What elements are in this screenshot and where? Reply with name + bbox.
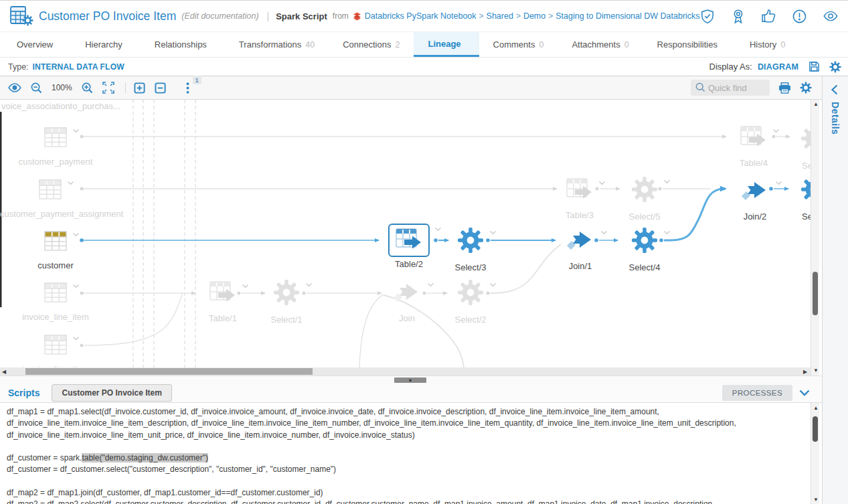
endorse-thumbs-up-icon[interactable] (762, 8, 776, 24)
code-vertical-scrollbar[interactable]: ▲ ▼ (811, 403, 819, 504)
display-as-value[interactable]: DIAGRAM (758, 62, 798, 72)
code-line-highlighted: df_customer = spark.table("demo.staging_… (7, 452, 811, 464)
lineage-node-select-1[interactable]: Select/1 (236, 279, 337, 325)
panel-splitter[interactable]: ▼ (0, 375, 822, 384)
code-vscroll-thumb[interactable] (813, 416, 818, 442)
lineage-node-invoice-line-item[interactable]: invoice_line_item (5, 280, 106, 322)
lineage-node-select-4[interactable]: Select/4 (594, 227, 695, 272)
zoom-out-icon[interactable] (31, 80, 42, 95)
select-node-icon (631, 176, 658, 205)
canvas-hscroll-thumb[interactable] (25, 368, 313, 375)
node-label: invoice_line_item (5, 312, 106, 322)
save-layout-icon[interactable] (808, 61, 820, 73)
code-line: df_customer = df_customer.select("custom… (7, 464, 811, 475)
select-node-icon (631, 227, 658, 256)
tab-attachments[interactable]: Attachments0 (558, 32, 643, 57)
breadcrumb-item-shared[interactable]: Shared (487, 11, 513, 21)
code-line: df_map1 = df_map1.select(df_invoice.cust… (7, 406, 811, 418)
expand-details-chevron-left-icon[interactable] (830, 84, 839, 98)
tab-lineage[interactable]: Lineage (414, 32, 479, 57)
lineage-node-select-5[interactable]: Select/5 (594, 176, 695, 222)
lineage-canvas[interactable]: voice_associationto_purchas... customer_… (0, 100, 811, 367)
code-line: df_invoice_line_item.invoice_line_item_d… (7, 418, 811, 429)
tab-hierarchy[interactable]: Hierarchy (71, 32, 141, 57)
node-chevron-down-icon[interactable] (72, 331, 80, 343)
script-tab-customer-po-invoice-item[interactable]: Customer PO Invoice Item (52, 384, 171, 402)
processes-button[interactable]: PROCESSES (722, 385, 792, 401)
canvas-vertical-scrollbar[interactable]: ▲ ▼ (811, 100, 819, 375)
tab-relationships[interactable]: Relationships (141, 32, 225, 57)
node-chevron-down-icon[interactable] (489, 226, 497, 238)
node-label: Select/2 (420, 315, 521, 325)
breadcrumb-item-staging-dw[interactable]: Staging to Dimensional DW Databricks (556, 11, 699, 21)
tab-bar: Overview Hierarchy Relationships Transfo… (0, 32, 848, 58)
zoom-level: 100% (52, 83, 72, 92)
lineage-node-select-3[interactable]: Select/3 (420, 227, 521, 272)
lineage-node-se[interactable]: Se (764, 125, 811, 171)
tableOut-node-icon (566, 177, 593, 204)
lineage-node-invoice-line-item[interactable]: invoice_line_item (5, 333, 106, 367)
scroll-down-arrow[interactable]: ▼ (813, 497, 819, 503)
details-panel-label[interactable]: Details (830, 102, 841, 135)
node-label: Select/5 (594, 212, 695, 222)
tableOut-node-icon (740, 125, 767, 152)
selected-text: table("demo.staging_dw.customer") (82, 453, 208, 463)
lineage-node-customer-payment[interactable]: customer_payment (5, 125, 106, 167)
certification-ribbon-icon[interactable] (731, 8, 746, 24)
tab-transformations[interactable]: Transformations40 (225, 32, 329, 57)
select-node-icon (457, 227, 484, 256)
expand-all-icon[interactable] (134, 80, 145, 95)
node-chevron-down-icon[interactable] (663, 226, 671, 238)
table-node-icon (39, 177, 62, 203)
lineage-node-customer[interactable]: customer (5, 229, 106, 270)
diagram-settings-gear-icon[interactable] (829, 61, 841, 73)
node-chevron-down-icon[interactable] (72, 228, 80, 240)
breadcrumb-item-notebook[interactable]: Databricks PySpark Notebook (365, 11, 477, 21)
fit-to-screen-icon[interactable] (102, 80, 114, 95)
lineage-node-customer-payment-assignment[interactable]: customer_payment_assignment (0, 177, 100, 219)
node-chevron-down-icon[interactable] (663, 175, 671, 187)
node-chevron-down-icon[interactable] (305, 278, 313, 290)
node-label: Se (764, 161, 811, 171)
scroll-left-arrow[interactable]: ◀ (2, 369, 6, 375)
scroll-up-arrow[interactable]: ▲ (813, 101, 819, 108)
zoom-in-icon[interactable] (82, 80, 93, 95)
overflow-count-badge: 1 (193, 76, 201, 84)
spark-script-icon (9, 5, 32, 27)
script-code-view: df_map1 = df_map1.select(df_invoice.cust… (0, 403, 811, 504)
issue-alert-icon[interactable] (792, 8, 807, 24)
splitter-collapse-handle[interactable]: ▼ (394, 377, 426, 383)
canvas-settings-gear-icon[interactable] (800, 80, 812, 95)
canvas-vscroll-thumb[interactable] (813, 272, 818, 315)
join-node-icon (566, 227, 595, 255)
object-type-label: Spark Script (276, 11, 327, 21)
node-chevron-down-icon[interactable] (72, 279, 80, 291)
tab-history[interactable]: History0 (736, 32, 799, 57)
lineage-node-se[interactable]: Se (764, 176, 811, 222)
node-chevron-down-icon[interactable] (72, 124, 80, 136)
verified-shield-icon[interactable] (700, 8, 715, 24)
edit-documentation-link[interactable]: (Edit documentation) (181, 11, 258, 21)
scroll-up-arrow[interactable]: ▲ (813, 405, 819, 412)
scroll-down-arrow[interactable]: ▼ (813, 367, 819, 374)
clipped-node-label: voice_associationto_purchas... (1, 101, 120, 111)
node-chevron-down-icon[interactable] (67, 176, 74, 188)
collapse-all-icon[interactable] (155, 80, 166, 95)
lineage-node-select-2[interactable]: Select/2 (420, 279, 521, 325)
watch-eye-icon[interactable] (823, 8, 838, 24)
scroll-right-arrow[interactable]: ▶ (803, 369, 807, 375)
select-node-icon (800, 125, 811, 155)
node-label: Select/3 (420, 262, 521, 272)
canvas-horizontal-scrollbar[interactable]: ◀ ▶ (0, 367, 811, 375)
overflow-menu-kebab-icon[interactable]: 1 (186, 80, 189, 95)
tab-connections[interactable]: Connections2 (329, 32, 414, 57)
tab-overview[interactable]: Overview (3, 32, 71, 57)
print-icon[interactable] (778, 80, 791, 95)
node-chevron-down-icon[interactable] (489, 278, 497, 290)
breadcrumb-item-demo[interactable]: Demo (523, 11, 545, 21)
tab-responsibilities[interactable]: Responsibilities (643, 32, 736, 57)
preview-eye-icon[interactable] (8, 80, 21, 95)
collapse-panel-chevron-down-icon[interactable] (799, 390, 810, 397)
tab-comments[interactable]: Comments0 (479, 32, 558, 57)
node-label: customer_payment (5, 157, 106, 167)
